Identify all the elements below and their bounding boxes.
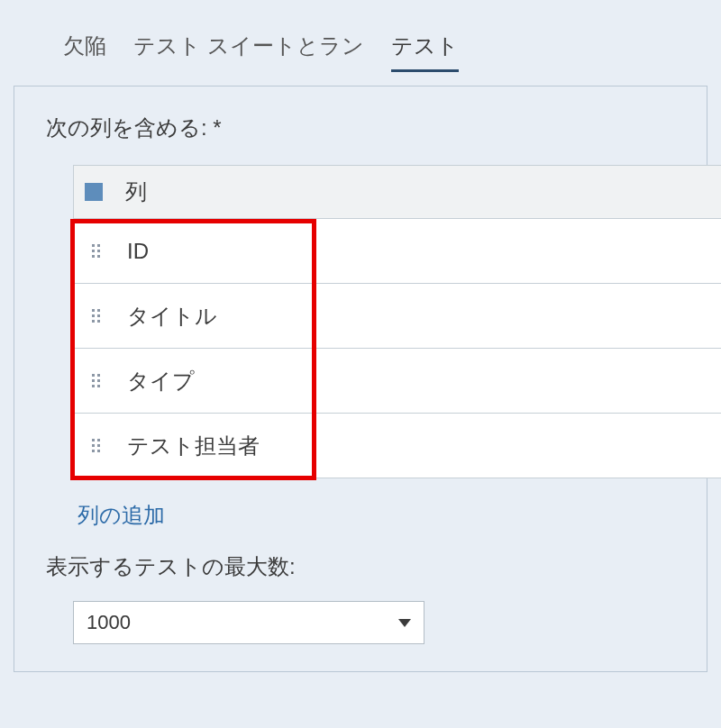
drag-handle-icon[interactable] bbox=[92, 439, 100, 452]
column-row[interactable]: ID bbox=[73, 219, 721, 284]
column-row[interactable]: タイトル bbox=[73, 284, 721, 349]
tab-tests[interactable]: テスト bbox=[391, 23, 459, 72]
drag-handle-icon[interactable] bbox=[92, 244, 100, 258]
max-tests-select[interactable]: 1000 bbox=[73, 601, 424, 644]
column-row[interactable]: タイプ bbox=[73, 349, 721, 414]
column-header-icon bbox=[85, 183, 103, 201]
columns-header-label: 列 bbox=[125, 177, 147, 206]
drag-handle-icon[interactable] bbox=[92, 309, 100, 323]
column-row[interactable]: テスト担当者 bbox=[73, 414, 721, 478]
column-name-label: ID bbox=[127, 239, 149, 264]
tab-bar: 欠陥 テスト スイートとラン テスト bbox=[0, 0, 721, 72]
max-tests-value: 1000 bbox=[87, 611, 131, 634]
column-name-label: タイトル bbox=[127, 302, 217, 331]
chevron-down-icon bbox=[398, 619, 411, 627]
tab-defects[interactable]: 欠陥 bbox=[63, 23, 106, 69]
column-name-label: タイプ bbox=[127, 367, 195, 396]
tab-suites-runs[interactable]: テスト スイートとラン bbox=[133, 23, 364, 69]
max-tests-label: 表示するテストの最大数: bbox=[46, 552, 675, 581]
columns-table: 列 ID タイトル タイプ テスト担当者 bbox=[73, 165, 721, 478]
column-name-label: テスト担当者 bbox=[127, 432, 260, 460]
drag-handle-icon[interactable] bbox=[92, 374, 100, 387]
columns-header-row: 列 bbox=[73, 165, 721, 219]
add-column-link[interactable]: 列の追加 bbox=[78, 501, 675, 530]
include-columns-label: 次の列を含める: * bbox=[46, 114, 675, 142]
tests-panel: 次の列を含める: * 列 ID タイトル タイプ bbox=[14, 86, 707, 672]
